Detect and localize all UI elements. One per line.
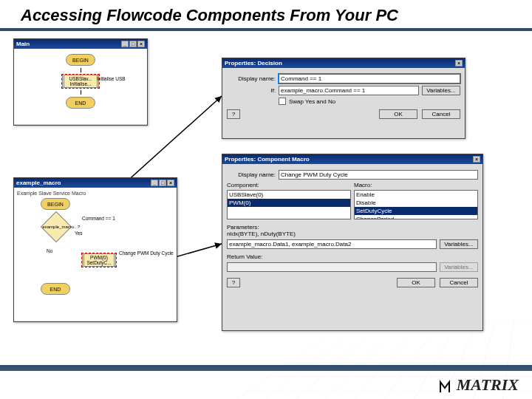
minimize-icon[interactable]: _ [151, 180, 158, 186]
flow-decision-node[interactable]: example_macro...? [41, 211, 72, 242]
close-icon[interactable]: × [167, 180, 174, 186]
label-display-name: Display name: [227, 171, 276, 178]
label-return-value: Return Value: [227, 253, 478, 260]
variables-button-disabled: Variables... [440, 262, 478, 272]
flowchart-canvas[interactable]: BEGIN Initialise USB USBSlav... Initiali… [14, 49, 147, 124]
flow-end-node[interactable]: END [66, 97, 95, 109]
flow-pwm-setdutycycle-block[interactable]: PWM(0) SetDutyC... [82, 253, 116, 267]
close-icon[interactable]: × [455, 60, 463, 66]
list-item[interactable]: USBSlave(0) [228, 191, 350, 199]
matrix-logo: MATRIX [439, 375, 519, 395]
parameters-input[interactable] [227, 239, 437, 249]
label-macro: Macro: [354, 182, 478, 188]
macro-subtitle: Example Slave Service Macro [17, 191, 174, 196]
flowchart-canvas[interactable]: Example Slave Service Macro BEGIN Comman… [14, 188, 177, 321]
ok-button[interactable]: OK [397, 278, 435, 287]
return-value-input [227, 262, 437, 272]
list-item[interactable]: SetDutyCycle [355, 207, 477, 215]
flow-usbslave-init-block[interactable]: USBSlav... Initialise... [62, 75, 99, 88]
if-expression-input[interactable] [279, 86, 419, 95]
maximize-icon[interactable]: □ [129, 41, 137, 47]
window-title: example_macro [16, 180, 61, 186]
parameters-signature: nIdx(BYTE), nDuty(BYTE) [227, 231, 478, 237]
flow-init-label: Initialise USB [97, 76, 126, 81]
flow-begin-node[interactable]: BEGIN [66, 54, 95, 66]
display-name-input[interactable] [279, 74, 460, 83]
close-icon[interactable]: × [473, 156, 480, 163]
flow-condition-label: Command == 1 [82, 216, 115, 221]
cancel-button[interactable]: Cancel [440, 278, 478, 287]
titlebar-main[interactable]: Main _ □ × [14, 39, 147, 49]
variables-button[interactable]: Variables... [440, 239, 478, 249]
flow-no-label: No [47, 248, 52, 253]
slide-title: Accessing Flowcode Components From Your … [0, 0, 532, 31]
display-name-input[interactable] [279, 170, 478, 180]
cancel-button[interactable]: Cancel [422, 109, 460, 119]
window-title: Main [16, 41, 30, 47]
swap-yes-no-checkbox[interactable] [279, 98, 286, 105]
list-item[interactable]: ChangePeriod [355, 215, 477, 219]
dialog-title: Properties: Decision [225, 60, 282, 66]
footer-bar [0, 365, 532, 371]
list-item[interactable]: Enable [355, 191, 477, 199]
flow-yes-label: Yes [75, 231, 83, 236]
swap-yes-no-label: Swap Yes and No [289, 98, 335, 105]
list-item[interactable]: PWM(0) [228, 199, 350, 207]
flow-end-node[interactable]: END [41, 283, 70, 295]
minimize-icon[interactable]: _ [121, 41, 129, 47]
flow-pwm-label: Change PWM Duty Cycle [119, 250, 178, 256]
titlebar-decision[interactable]: Properties: Decision × [222, 58, 465, 68]
label-parameters: Parameters: [227, 224, 478, 231]
maximize-icon[interactable]: □ [159, 180, 166, 186]
label-component: Component: [227, 182, 351, 188]
titlebar-example-macro[interactable]: example_macro _ □ × [14, 178, 177, 188]
flowcode-example-macro-window: example_macro _ □ × Example Slave Servic… [13, 177, 177, 322]
flowcode-main-window: Main _ □ × BEGIN Initialise USB USBSlav.… [13, 38, 148, 126]
macro-listbox[interactable]: Enable Disable SetDutyCycle ChangePeriod [354, 190, 478, 219]
component-listbox[interactable]: USBSlave(0) PWM(0) [227, 190, 351, 219]
flow-begin-node[interactable]: BEGIN [41, 198, 70, 210]
list-item[interactable]: Disable [355, 199, 477, 207]
titlebar-component-macro[interactable]: Properties: Component Macro × [222, 154, 482, 164]
label-if: If: [227, 87, 276, 94]
properties-component-macro-dialog: Properties: Component Macro × Display na… [222, 154, 483, 331]
help-button[interactable]: ? [227, 109, 240, 119]
dialog-title: Properties: Component Macro [225, 156, 310, 163]
label-display-name: Display name: [227, 75, 276, 82]
help-button[interactable]: ? [227, 278, 240, 287]
close-icon[interactable]: × [137, 41, 145, 47]
ok-button[interactable]: OK [379, 109, 417, 119]
properties-decision-dialog: Properties: Decision × Display name: If:… [222, 58, 466, 139]
variables-button[interactable]: Variables... [422, 86, 460, 95]
